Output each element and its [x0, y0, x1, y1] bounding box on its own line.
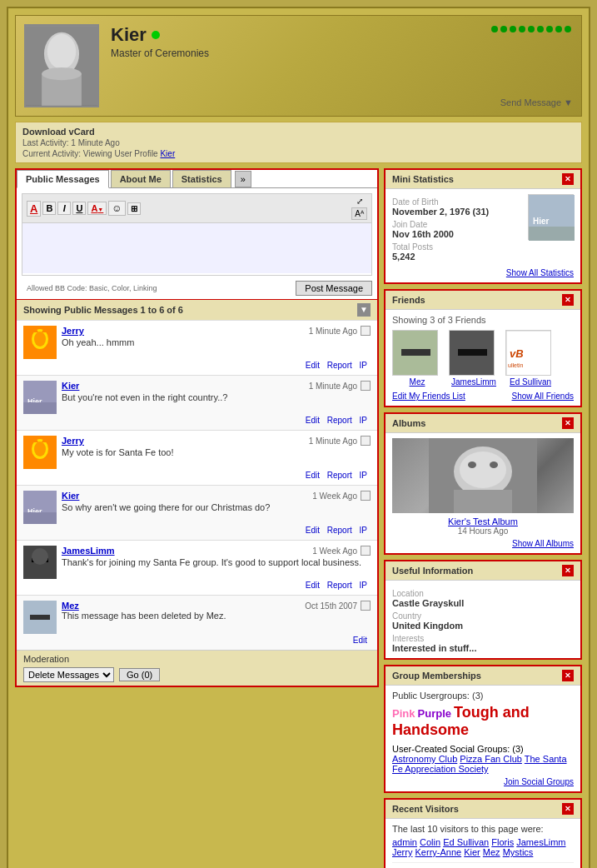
moderation-select[interactable]: Delete Messages: [23, 667, 114, 682]
edit-friends-link[interactable]: Edit My Friends List: [392, 392, 465, 401]
message-author-link[interactable]: Kier: [62, 491, 79, 501]
collapse-button[interactable]: ▼: [357, 303, 371, 317]
dot-9: [565, 26, 571, 32]
message-content: Jerry 1 Minute Ago My vote is for Santa …: [62, 436, 371, 457]
ip-link[interactable]: IP: [360, 361, 367, 370]
svg-point-23: [32, 548, 48, 565]
message-checkbox[interactable]: [361, 601, 371, 611]
group-memberships-close[interactable]: ✕: [562, 670, 574, 681]
ip-link[interactable]: IP: [360, 581, 367, 590]
visitor-colin[interactable]: Colin: [420, 837, 440, 847]
ip-link[interactable]: IP: [360, 471, 367, 480]
edit-link[interactable]: Edit: [306, 416, 320, 425]
useful-info-panel: Useful Information ✕ Location Castle Gra…: [384, 560, 582, 660]
message-timestamp: 1 Minute Ago: [309, 382, 357, 391]
group-memberships-panel: Group Memberships ✕ Public Usergroups: (…: [384, 665, 582, 793]
visitor-kier[interactable]: Kier: [464, 847, 480, 857]
report-link[interactable]: Report: [327, 471, 352, 480]
ed-friend-link[interactable]: Ed Sullivan: [505, 377, 555, 387]
deleted-by-link[interactable]: Mez: [206, 611, 224, 621]
tab-statistics[interactable]: Statistics: [172, 170, 231, 187]
message-checkbox[interactable]: [361, 491, 371, 501]
recent-visitors-header: Recent Visitors ✕: [386, 800, 580, 819]
image-button[interactable]: ⊞: [127, 202, 141, 215]
join-social-groups-link[interactable]: Join Social Groups: [392, 777, 574, 786]
albums-header: Albums ✕: [386, 414, 580, 433]
underline-button[interactable]: U: [72, 202, 86, 215]
message-checkbox[interactable]: [361, 381, 371, 391]
smiley-button[interactable]: ☺: [108, 201, 125, 216]
message-top-row: Mez Oct 15th 2007: [62, 601, 371, 611]
visitor-ed[interactable]: Ed Sullivan: [443, 837, 489, 847]
report-link[interactable]: Report: [327, 581, 352, 590]
mini-stats-close[interactable]: ✕: [562, 173, 574, 185]
recent-visitors-close[interactable]: ✕: [562, 803, 574, 815]
posts-value: 5,242: [392, 252, 489, 262]
show-all-friends-link[interactable]: Show All Friends: [512, 392, 574, 401]
color-button[interactable]: A: [27, 201, 41, 217]
visitor-james[interactable]: JamesLimm: [516, 837, 565, 847]
message-textarea[interactable]: [22, 223, 371, 273]
mez-friend-link[interactable]: Mez: [392, 377, 442, 387]
edit-link[interactable]: Edit: [306, 581, 320, 590]
album-name-link[interactable]: Kier's Test Album: [392, 516, 574, 526]
visitor-admin[interactable]: admin: [392, 837, 417, 847]
edit-link[interactable]: Edit: [306, 526, 320, 535]
report-link[interactable]: Report: [327, 361, 352, 370]
send-message-link[interactable]: Send Message ▼: [500, 97, 573, 107]
post-message-button[interactable]: Post Message: [296, 281, 372, 296]
tab-more-button[interactable]: »: [235, 171, 251, 187]
james-friend-link[interactable]: JamesLimm: [449, 377, 499, 387]
ip-link[interactable]: IP: [360, 416, 367, 425]
message-author-link[interactable]: Jerry: [62, 326, 84, 336]
moderation-go-button[interactable]: Go (0): [119, 668, 160, 681]
kier-avatar: Hier: [23, 381, 57, 414]
message-time: 1 Week Ago: [312, 491, 371, 501]
message-author-link[interactable]: Kier: [62, 381, 79, 391]
message-content: JamesLimm 1 Week Ago Thank's for joining…: [62, 546, 371, 567]
report-link[interactable]: Report: [327, 526, 352, 535]
visitor-jerry[interactable]: Jerry: [392, 847, 412, 857]
pizza-fan-club-link[interactable]: Pizza Fan Club: [460, 754, 522, 764]
show-all-stats-link[interactable]: Show All Statistics: [392, 268, 574, 277]
current-activity-user-link[interactable]: Kier: [160, 149, 175, 158]
albums-close[interactable]: ✕: [562, 417, 574, 429]
message-author-link[interactable]: JamesLimm: [62, 546, 115, 556]
useful-info-close[interactable]: ✕: [562, 565, 574, 576]
message-author-link[interactable]: Jerry: [62, 436, 84, 446]
moderation-label: Moderation: [23, 654, 69, 664]
message-checkbox[interactable]: [361, 436, 371, 446]
vcard-current-activity: Current Activity: Viewing User Profile K…: [22, 149, 575, 158]
svg-rect-28: [529, 227, 575, 241]
visitor-mez[interactable]: Mez: [483, 847, 500, 857]
ed-friend-avatar: vB ulletin: [505, 330, 551, 376]
message-author-link[interactable]: Mez: [62, 601, 79, 611]
astronomy-club-link[interactable]: Astronomy Club: [392, 754, 457, 764]
ip-link[interactable]: IP: [360, 526, 367, 535]
message-content: Jerry 1 Minute Ago Oh yeah... hmmm: [62, 326, 371, 347]
friends-close[interactable]: ✕: [562, 294, 574, 306]
edit-link[interactable]: Edit: [306, 471, 320, 480]
report-link[interactable]: Report: [327, 416, 352, 425]
edit-link[interactable]: Edit: [306, 361, 320, 370]
profile-dots: [491, 26, 571, 32]
message-row: Jerry 1 Minute Ago My vote is for Santa …: [23, 436, 371, 469]
tab-about-me[interactable]: About Me: [111, 170, 171, 187]
useful-info-body: Location Castle Grayskull Country United…: [386, 581, 580, 658]
editor-buttons: A B I U A▼ ☺ ⊞: [27, 201, 141, 217]
group-memberships-header: Group Memberships ✕: [386, 666, 580, 686]
italic-button[interactable]: I: [57, 202, 71, 215]
message-row: Hier Kier 1 Week Ago: [23, 491, 371, 524]
edit-link[interactable]: Edit: [353, 636, 367, 645]
show-all-albums-link[interactable]: Show All Albums: [392, 539, 574, 548]
font-color-button[interactable]: A▼: [87, 202, 107, 215]
message-checkbox[interactable]: [361, 546, 371, 556]
tab-public-messages[interactable]: Public Messages: [17, 170, 109, 188]
bold-button[interactable]: B: [42, 202, 56, 215]
expand-icon[interactable]: ⤢: [356, 197, 363, 206]
visitor-mystics[interactable]: Mystics: [503, 847, 534, 857]
resize-icon[interactable]: Aᴬ: [351, 207, 367, 220]
visitor-floris[interactable]: Floris: [491, 837, 514, 847]
visitor-kerry[interactable]: Kerry-Anne: [415, 847, 462, 857]
message-checkbox[interactable]: [361, 326, 371, 336]
